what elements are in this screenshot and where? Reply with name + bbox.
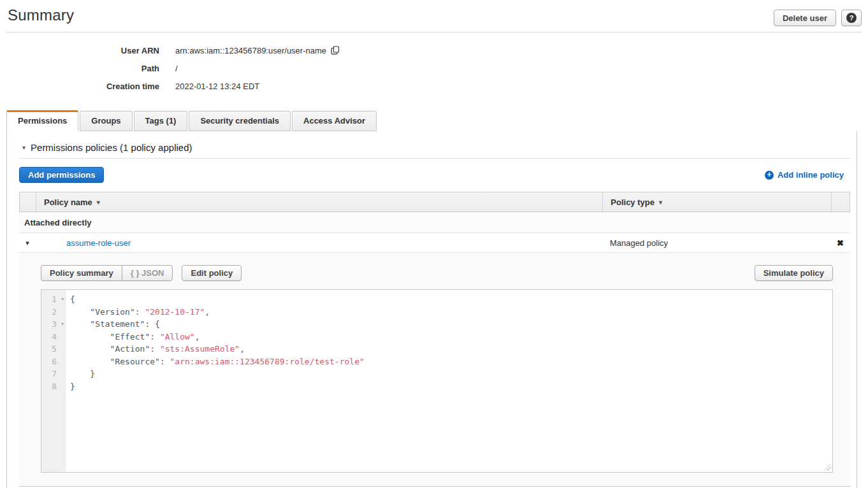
policy-table-header: Policy name ▾ Policy type ▾: [19, 192, 850, 212]
tab-access-advisor[interactable]: Access Advisor: [292, 111, 377, 131]
code-line: "Resource": "arn:aws:iam::123456789:role…: [70, 355, 832, 368]
row-expand-caret[interactable]: ▾: [19, 239, 36, 247]
sort-caret-icon: ▾: [97, 199, 100, 206]
policy-summary-button[interactable]: Policy summary: [41, 265, 122, 281]
section-divider: [19, 158, 850, 159]
user-arn-value: arn:aws:iam::123456789:user/user-name: [175, 46, 340, 55]
expand-column-header: [20, 192, 36, 212]
policy-actions-row: Add permissions + Add inline policy: [19, 167, 844, 183]
collapse-caret-icon: ▾: [22, 145, 25, 151]
user-arn-text: arn:aws:iam::123456789:user/user-name: [175, 46, 326, 55]
edit-policy-button[interactable]: Edit policy: [182, 265, 242, 281]
creation-time-value: 2022-01-12 13:24 EDT: [175, 82, 259, 91]
header-actions: Delete user ?: [774, 6, 862, 26]
page-title: Summary: [8, 6, 74, 24]
policy-view-toggle: Policy summary { } JSON: [41, 265, 173, 281]
path-value: /: [175, 64, 178, 73]
header-divider: [6, 32, 862, 32]
add-inline-policy-link[interactable]: + Add inline policy: [765, 170, 844, 180]
code-line: "Statement": {: [70, 318, 832, 331]
json-editor-lines[interactable]: { "Version": "2012-10-17", "Statement": …: [66, 290, 832, 472]
policy-name-cell: assume-role-user: [36, 238, 602, 248]
code-line: "Action": "sts:AssumeRole",: [70, 343, 832, 355]
code-line: {: [70, 293, 832, 306]
policy-table-row: ▾ assume-role-user Managed policy ✖: [19, 233, 850, 253]
user-info: User ARN arn:aws:iam::123456789:user/use…: [0, 41, 868, 95]
plus-circle-icon: +: [765, 171, 774, 180]
path-label: Path: [0, 64, 159, 73]
code-line: }: [70, 380, 832, 393]
fold-caret-icon[interactable]: ▾: [61, 293, 64, 306]
json-editor-gutter: 1▾23▾45678: [41, 290, 66, 472]
policy-detail-panel: Policy summary { } JSON Edit policy Simu…: [19, 253, 850, 487]
delete-user-button[interactable]: Delete user: [774, 10, 836, 26]
code-line: "Version": "2012-10-17",: [70, 306, 832, 319]
permissions-policies-heading[interactable]: ▾ Permissions policies (1 policy applied…: [7, 131, 857, 153]
simulate-policy-button[interactable]: Simulate policy: [755, 265, 833, 281]
info-row-creation-time: Creation time 2022-01-12 13:24 EDT: [0, 77, 868, 95]
detach-cell: ✖: [831, 238, 850, 248]
policy-name-column-header[interactable]: Policy name ▾: [36, 192, 602, 212]
help-button[interactable]: ?: [841, 10, 862, 26]
copy-icon[interactable]: [331, 46, 340, 55]
actions-column-header: [831, 192, 850, 212]
policy-type-column-header[interactable]: Policy type ▾: [602, 192, 831, 212]
page-header: Summary Delete user ?: [0, 0, 868, 26]
permissions-policies-heading-text: Permissions policies (1 policy applied): [31, 142, 192, 153]
user-arn-label: User ARN: [0, 46, 159, 55]
attached-directly-group-row: Attached directly: [19, 212, 850, 233]
policy-type-cell: Managed policy: [602, 238, 831, 248]
sort-caret-icon: ▾: [659, 199, 662, 206]
help-icon: ?: [846, 13, 857, 23]
fold-caret-icon[interactable]: ▾: [61, 318, 64, 331]
detach-policy-x-icon[interactable]: ✖: [837, 238, 844, 248]
policy-detail-toolbar: Policy summary { } JSON Edit policy Simu…: [41, 265, 833, 281]
tab-permissions[interactable]: Permissions: [6, 110, 78, 131]
permissions-tab-panel: ▾ Permissions policies (1 policy applied…: [6, 131, 857, 488]
tab-tags[interactable]: Tags (1): [134, 111, 188, 131]
policy-name-header-label: Policy name: [44, 197, 92, 207]
creation-time-label: Creation time: [0, 82, 159, 91]
policy-table: Policy name ▾ Policy type ▾ Attached dir…: [19, 192, 850, 487]
tab-bar: Permissions Groups Tags (1) Security cre…: [6, 110, 868, 131]
policy-name-link[interactable]: assume-role-user: [66, 238, 131, 248]
code-line: "Effect": "Allow",: [70, 331, 832, 343]
info-row-user-arn: User ARN arn:aws:iam::123456789:user/use…: [0, 41, 868, 59]
add-permissions-button[interactable]: Add permissions: [19, 167, 104, 183]
json-policy-editor[interactable]: 1▾23▾45678 { "Version": "2012-10-17", "S…: [41, 289, 833, 473]
add-inline-policy-label: Add inline policy: [778, 170, 844, 180]
policy-type-header-label: Policy type: [611, 197, 655, 207]
info-row-path: Path /: [0, 59, 868, 77]
tab-security-credentials[interactable]: Security credentials: [189, 111, 291, 131]
tab-groups[interactable]: Groups: [80, 111, 132, 131]
json-view-button[interactable]: { } JSON: [122, 265, 173, 281]
code-line: }: [70, 368, 832, 380]
